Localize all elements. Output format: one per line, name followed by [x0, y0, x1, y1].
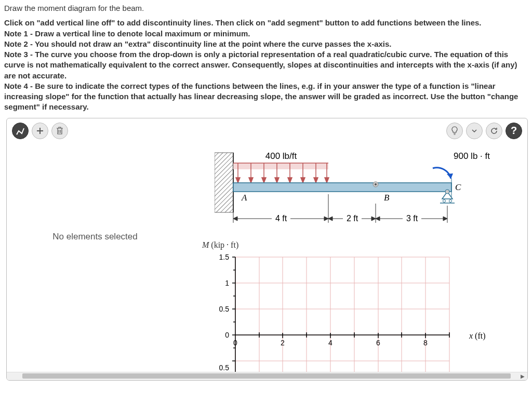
svg-rect-4	[233, 163, 328, 169]
task-title: Draw the moment diagram for the beam.	[4, 3, 528, 14]
chevron-down-icon	[471, 128, 477, 134]
point-b: B	[384, 193, 390, 203]
svg-rect-2	[215, 153, 233, 212]
svg-point-24	[375, 183, 377, 185]
point-a: A	[241, 193, 247, 203]
svg-marker-41	[328, 217, 332, 221]
horizontal-scrollbar[interactable]: ▶	[7, 372, 527, 380]
delete-button[interactable]	[51, 123, 68, 139]
ytick-5: 0.5	[219, 364, 230, 372]
instruction-p1: Click on "add vertical line off" to add …	[4, 18, 528, 28]
svg-marker-7	[236, 178, 240, 183]
xtick-6: 6	[376, 339, 380, 347]
y-axis-label: M (kip · ft)	[202, 240, 522, 250]
scroll-right-icon[interactable]: ▶	[519, 372, 526, 380]
svg-marker-39	[233, 217, 237, 221]
dim1: 4 ft	[275, 214, 287, 223]
xtick-0: 0	[233, 339, 237, 347]
lightbulb-icon	[450, 126, 459, 136]
refresh-icon	[490, 127, 498, 135]
svg-marker-31	[447, 173, 453, 179]
x-axis-label: x (ft)	[469, 331, 486, 341]
question-icon: ?	[511, 125, 517, 137]
ytick-1: 1.5	[219, 253, 230, 261]
moment-label: 900 lb · ft	[454, 151, 490, 161]
add-button[interactable]	[32, 123, 48, 139]
svg-marker-21	[325, 178, 329, 183]
svg-point-0	[17, 133, 18, 134]
dim3: 3 ft	[406, 214, 418, 223]
svg-marker-40	[324, 217, 328, 221]
dropdown-button[interactable]	[466, 123, 483, 139]
selection-panel: No elements selected	[7, 143, 183, 380]
svg-marker-11	[262, 178, 266, 183]
xtick-2: 2	[281, 339, 285, 347]
instructions-block: Draw the moment diagram for the beam. Cl…	[0, 0, 532, 118]
svg-marker-15	[288, 178, 292, 183]
svg-marker-42	[371, 217, 376, 221]
dim2: 2 ft	[347, 214, 358, 223]
help-button[interactable]: ?	[506, 123, 522, 139]
svg-marker-9	[249, 178, 253, 183]
instruction-note3: Note 3 - The curve you choose from the d…	[4, 49, 528, 81]
svg-point-26	[445, 190, 449, 194]
xtick-4: 4	[328, 339, 332, 347]
trash-icon	[56, 127, 63, 135]
load-label: 400 lb/ft	[265, 151, 297, 161]
svg-marker-17	[301, 178, 305, 183]
xtick-8: 8	[423, 339, 428, 347]
draw-tool-button[interactable]	[12, 123, 29, 139]
beam-figure: 400 lb/ft	[215, 147, 506, 233]
selection-status: No elements selected	[52, 232, 137, 242]
hint-button[interactable]	[446, 123, 463, 139]
workspace: ? No elements selected 400 lb/ft	[6, 118, 528, 381]
ytick-4: 0	[225, 331, 229, 339]
svg-marker-19	[314, 178, 318, 183]
ytick-3: 0.5	[219, 305, 230, 313]
instruction-note4: Note 4 - Be sure to indicate the correct…	[4, 81, 528, 113]
reset-button[interactable]	[486, 123, 502, 139]
diagram-panel[interactable]: 400 lb/ft	[183, 143, 527, 380]
pencil-line-icon	[16, 126, 25, 136]
svg-point-28	[449, 199, 452, 202]
point-c: C	[455, 182, 461, 192]
svg-marker-44	[443, 217, 447, 221]
chart-plot[interactable]: 1.5 1 0.5 0 0.5	[215, 252, 506, 374]
svg-marker-43	[376, 217, 380, 221]
toolbar: ?	[7, 118, 527, 143]
plus-icon	[36, 127, 44, 135]
instruction-note1: Note 1 - Draw a vertical line to denote …	[4, 29, 528, 39]
svg-marker-13	[275, 178, 279, 183]
svg-point-27	[443, 199, 446, 202]
scrollbar-thumb[interactable]	[22, 373, 511, 379]
svg-rect-22	[233, 183, 451, 192]
ytick-2: 1	[225, 279, 229, 287]
instruction-note2: Note 2 - You should not draw an "extra" …	[4, 39, 528, 49]
